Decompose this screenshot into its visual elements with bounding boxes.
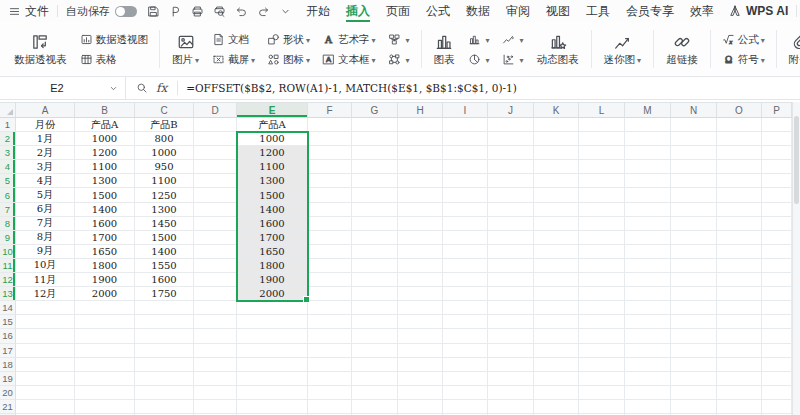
cell-D8[interactable]	[194, 217, 237, 231]
cell-G2[interactable]	[352, 132, 398, 146]
cell-K19[interactable]	[534, 372, 579, 386]
cell-M13[interactable]	[625, 287, 671, 301]
cell-D9[interactable]	[194, 231, 237, 245]
tab-2[interactable]: 页面	[386, 0, 410, 22]
cell-G6[interactable]	[352, 188, 398, 202]
cell-K13[interactable]	[534, 287, 579, 301]
cell-G1[interactable]	[352, 118, 398, 132]
cell-I8[interactable]	[443, 217, 488, 231]
ribbon-pivot-table-button[interactable]: 数据透视表	[8, 31, 73, 67]
cell-D6[interactable]	[194, 188, 237, 202]
cell-H13[interactable]	[398, 287, 443, 301]
ribbon-wordart-button[interactable]: A艺术字	[320, 32, 378, 47]
cell-C17[interactable]	[135, 344, 194, 358]
cell-P19[interactable]	[762, 372, 792, 386]
cell-P5[interactable]	[762, 174, 792, 188]
cell-C13[interactable]: 1750	[135, 287, 194, 301]
cell-H1[interactable]	[398, 118, 443, 132]
cell-I21[interactable]	[443, 400, 488, 414]
cell-D1[interactable]	[194, 118, 237, 132]
cell-C20[interactable]	[135, 386, 194, 400]
cell-E9[interactable]: 1700	[237, 231, 308, 245]
cell-G7[interactable]	[352, 203, 398, 217]
cell-B5[interactable]: 1300	[75, 174, 135, 188]
cell-J4[interactable]	[488, 160, 534, 174]
cell-E7[interactable]: 1400	[237, 203, 308, 217]
cell-G9[interactable]	[352, 231, 398, 245]
ribbon-dynamic-chart-button[interactable]: 动态图表	[531, 31, 585, 67]
cell-C18[interactable]	[135, 358, 194, 372]
cell-H7[interactable]	[398, 203, 443, 217]
cell-F14[interactable]	[308, 301, 352, 315]
cell-L7[interactable]	[579, 203, 625, 217]
cell-O11[interactable]	[717, 259, 762, 273]
cell-A3[interactable]: 2月	[16, 146, 75, 160]
cell-H12[interactable]	[398, 273, 443, 287]
cell-N14[interactable]	[671, 301, 717, 315]
cell-K10[interactable]	[534, 245, 579, 259]
cell-D5[interactable]	[194, 174, 237, 188]
cell-P15[interactable]	[762, 315, 792, 329]
cell-B7[interactable]: 1400	[75, 203, 135, 217]
cell-M8[interactable]	[625, 217, 671, 231]
cell-C2[interactable]: 800	[135, 132, 194, 146]
cell-L10[interactable]	[579, 245, 625, 259]
cell-F4[interactable]	[308, 160, 352, 174]
magnifier-icon[interactable]	[136, 82, 148, 94]
cell-A11[interactable]: 10月	[16, 259, 75, 273]
cell-O3[interactable]	[717, 146, 762, 160]
cell-C19[interactable]	[135, 372, 194, 386]
cell-M5[interactable]	[625, 174, 671, 188]
ribbon-attachment-button[interactable]: 附件	[783, 31, 800, 67]
cell-A17[interactable]	[16, 344, 75, 358]
cell-J14[interactable]	[488, 301, 534, 315]
cell-F11[interactable]	[308, 259, 352, 273]
cell-J11[interactable]	[488, 259, 534, 273]
cell-D2[interactable]	[194, 132, 237, 146]
cell-C1[interactable]: 产品B	[135, 118, 194, 132]
cell-K6[interactable]	[534, 188, 579, 202]
cell-J8[interactable]	[488, 217, 534, 231]
cell-O17[interactable]	[717, 344, 762, 358]
cell-M10[interactable]	[625, 245, 671, 259]
cell-N15[interactable]	[671, 315, 717, 329]
cell-A10[interactable]: 9月	[16, 245, 75, 259]
cell-B20[interactable]	[75, 386, 135, 400]
cell-F16[interactable]	[308, 329, 352, 343]
cell-F10[interactable]	[308, 245, 352, 259]
cell-F12[interactable]	[308, 273, 352, 287]
cell-N16[interactable]	[671, 329, 717, 343]
cell-P21[interactable]	[762, 400, 792, 414]
cell-K3[interactable]	[534, 146, 579, 160]
ribbon-sparkline-button[interactable]: 迷你图	[598, 31, 648, 67]
cell-K2[interactable]	[534, 132, 579, 146]
row-header-6[interactable]: 6	[0, 188, 16, 202]
cell-O8[interactable]	[717, 217, 762, 231]
cell-M16[interactable]	[625, 329, 671, 343]
cell-K11[interactable]	[534, 259, 579, 273]
cell-I19[interactable]	[443, 372, 488, 386]
cell-F13[interactable]	[308, 287, 352, 301]
redo-button[interactable]	[257, 5, 270, 18]
cell-E21[interactable]	[237, 400, 308, 414]
cell-O2[interactable]	[717, 132, 762, 146]
cell-L5[interactable]	[579, 174, 625, 188]
cell-M1[interactable]	[625, 118, 671, 132]
cell-D14[interactable]	[194, 301, 237, 315]
cell-M18[interactable]	[625, 358, 671, 372]
cell-I10[interactable]	[443, 245, 488, 259]
cell-M6[interactable]	[625, 188, 671, 202]
cell-G13[interactable]	[352, 287, 398, 301]
tab-0[interactable]: 开始	[306, 0, 330, 22]
row-header-2[interactable]: 2	[0, 132, 16, 146]
cell-L11[interactable]	[579, 259, 625, 273]
name-box-chevron-icon[interactable]	[108, 83, 119, 94]
cell-E6[interactable]: 1500	[237, 188, 308, 202]
cell-P16[interactable]	[762, 329, 792, 343]
cell-N11[interactable]	[671, 259, 717, 273]
print-button[interactable]	[191, 5, 204, 18]
cell-D10[interactable]	[194, 245, 237, 259]
cell-H5[interactable]	[398, 174, 443, 188]
cell-C10[interactable]: 1400	[135, 245, 194, 259]
cell-G19[interactable]	[352, 372, 398, 386]
